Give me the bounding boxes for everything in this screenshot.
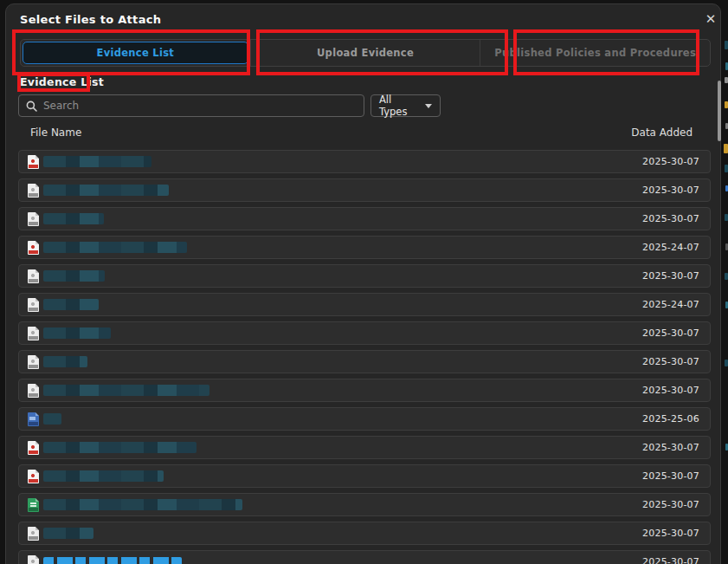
redacted-file-name <box>43 442 196 453</box>
backdrop-fragment <box>725 41 728 49</box>
file-row[interactable]: 2025-30-07 <box>18 350 711 373</box>
redacted-file-name <box>43 156 151 167</box>
redacted-file-name <box>43 528 93 539</box>
redacted-file-name <box>43 413 61 425</box>
file-date: 2025-25-06 <box>642 413 710 425</box>
backdrop-fragment <box>724 144 728 153</box>
tab-evidence-list-active-indicator: Evidence List <box>23 42 248 64</box>
type-filter-dropdown[interactable]: All Types <box>370 94 441 117</box>
tab-upload-evidence[interactable]: Upload Evidence <box>250 40 480 66</box>
redacted-file-name <box>43 356 87 367</box>
type-filter-value: All Types <box>379 94 418 118</box>
file-date: 2025-30-07 <box>642 356 710 367</box>
tab-published-policies-and-procedures[interactable]: Published Policies and Procedures <box>480 40 710 66</box>
word-file-icon <box>28 412 39 426</box>
backdrop-fragment <box>725 360 728 366</box>
scrollbar-thumb[interactable] <box>718 81 721 141</box>
excel-file-icon <box>28 498 39 512</box>
file-date: 2025-30-07 <box>642 327 710 339</box>
file-row[interactable]: 2025-25-06 <box>18 407 711 431</box>
file-date: 2025-30-07 <box>642 528 710 539</box>
file-date: 2025-24-07 <box>642 242 710 253</box>
file-date: 2025-24-07 <box>642 299 710 310</box>
file-date: 2025-30-07 <box>642 470 710 482</box>
tab-evidence-list[interactable]: Evidence List <box>21 40 250 66</box>
pdf-file-icon <box>28 441 39 455</box>
close-icon[interactable]: ✕ <box>701 10 720 29</box>
file-row[interactable]: 2025-24-07 <box>18 236 711 259</box>
file-row[interactable]: 2025-30-07 <box>18 178 711 202</box>
redacted-file-name <box>43 327 111 339</box>
file-date: 2025-30-07 <box>642 156 710 167</box>
search-input[interactable] <box>43 100 357 112</box>
redacted-file-name <box>43 499 242 510</box>
column-header-file-name: File Name <box>30 126 81 139</box>
file-date: 2025-30-07 <box>642 442 710 453</box>
file-date: 2025-30-07 <box>642 185 710 196</box>
pdf-file-icon <box>28 470 39 483</box>
doc-file-icon <box>28 184 39 198</box>
redacted-file-name <box>43 242 187 253</box>
file-date: 2025-30-07 <box>642 556 710 564</box>
doc-file-icon <box>28 269 39 283</box>
search-box <box>18 94 364 117</box>
file-date: 2025-30-07 <box>642 270 710 282</box>
file-row[interactable]: 2025-30-07 <box>18 550 711 564</box>
search-icon <box>26 100 37 112</box>
backdrop-fragment <box>725 214 728 221</box>
backdrop-fragment <box>725 101 728 108</box>
file-row[interactable]: 2025-30-07 <box>18 207 711 230</box>
file-row[interactable]: 2025-30-07 <box>18 379 711 402</box>
column-header-data-added: Data Added <box>631 126 693 139</box>
doc-file-icon <box>28 555 39 564</box>
tab-group: Evidence List Upload Evidence Published … <box>20 39 711 67</box>
file-list: 2025-30-072025-30-072025-30-072025-24-07… <box>18 150 711 564</box>
doc-file-icon <box>28 327 39 340</box>
section-heading-evidence-list: Evidence List <box>20 75 104 88</box>
backdrop-fragment <box>725 165 728 172</box>
redacted-file-name <box>43 470 164 482</box>
redacted-file-name <box>43 270 105 282</box>
pdf-file-icon <box>28 241 39 255</box>
redacted-file-name <box>43 385 209 396</box>
backdrop-fragment <box>725 77 728 83</box>
doc-file-icon <box>28 355 39 369</box>
file-row[interactable]: 2025-30-07 <box>18 522 711 545</box>
file-row[interactable]: 2025-30-07 <box>18 264 711 288</box>
doc-file-icon <box>28 212 39 226</box>
redacted-file-name <box>43 185 169 196</box>
doc-file-icon <box>28 527 39 541</box>
tab-label: Evidence List <box>97 47 175 59</box>
backdrop-edge <box>721 0 728 564</box>
attach-files-modal: Select Files to Attach ✕ Evidence List U… <box>5 3 721 564</box>
file-date: 2025-30-07 <box>642 385 710 396</box>
tab-label: Published Policies and Procedures <box>494 47 696 59</box>
file-date: 2025-30-07 <box>642 499 710 510</box>
file-row[interactable]: 2025-30-07 <box>18 464 711 488</box>
modal-title: Select Files to Attach <box>20 13 161 26</box>
redacted-file-name <box>43 557 182 564</box>
backdrop-fragment <box>725 273 728 280</box>
file-row[interactable]: 2025-24-07 <box>18 293 711 316</box>
pdf-file-icon <box>28 155 39 169</box>
redacted-file-name <box>43 299 99 310</box>
file-date: 2025-30-07 <box>642 213 710 224</box>
file-row[interactable]: 2025-30-07 <box>18 321 711 345</box>
file-row[interactable]: 2025-30-07 <box>18 436 711 459</box>
chevron-down-icon <box>425 104 432 108</box>
doc-file-icon <box>28 384 39 398</box>
redacted-file-name <box>43 213 104 224</box>
list-headers: File Name Data Added <box>18 126 711 139</box>
file-row[interactable]: 2025-30-07 <box>18 493 711 516</box>
doc-file-icon <box>28 298 39 312</box>
file-row[interactable]: 2025-30-07 <box>18 150 711 173</box>
tab-label: Upload Evidence <box>317 47 414 59</box>
